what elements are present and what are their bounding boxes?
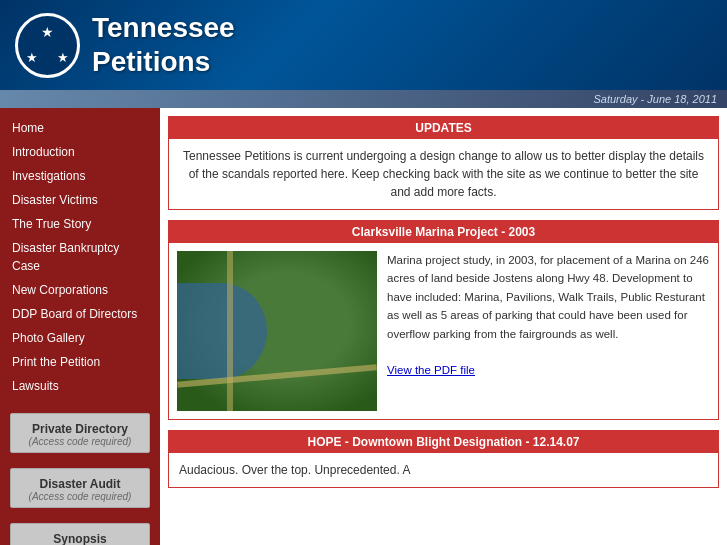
private-directory-title: Private Directory	[16, 422, 144, 436]
marina-description: Marina project study, in 2003, for place…	[387, 251, 710, 411]
star-br-icon: ★	[57, 50, 69, 65]
site-title: Tennessee Petitions	[92, 11, 235, 78]
hope-body: Audacious. Over the top. Unprecedented. …	[169, 453, 718, 487]
updates-header: UPDATES	[169, 117, 718, 139]
updates-box: UPDATES Tennessee Petitions is current u…	[168, 116, 719, 210]
marina-body: Marina project study, in 2003, for place…	[169, 243, 718, 419]
nav-true-story[interactable]: The True Story	[0, 212, 160, 236]
nav-disaster-bankruptcy[interactable]: Disaster Bankruptcy Case	[0, 236, 160, 278]
nav-introduction[interactable]: Introduction	[0, 140, 160, 164]
private-directory-section[interactable]: Private Directory (Access code required)	[10, 413, 150, 453]
nav-investigations[interactable]: Investigations	[0, 164, 160, 188]
private-directory-subtitle: (Access code required)	[16, 436, 144, 447]
site-header: ★ ★ ★ Tennessee Petitions	[0, 0, 727, 90]
view-pdf-link[interactable]: View the PDF file	[387, 364, 475, 376]
marina-header: Clarksville Marina Project - 2003	[169, 221, 718, 243]
nav-home[interactable]: Home	[0, 116, 160, 140]
logo-circle: ★ ★ ★	[15, 13, 80, 78]
nav-lawsuits[interactable]: Lawsuits	[0, 374, 160, 398]
marina-image	[177, 251, 377, 411]
disaster-audit-section[interactable]: Disaster Audit (Access code required)	[10, 468, 150, 508]
nav-ddp-board[interactable]: DDP Board of Directors	[0, 302, 160, 326]
disaster-audit-title: Disaster Audit	[16, 477, 144, 491]
nav-print-petition[interactable]: Print the Petition	[0, 350, 160, 374]
date-bar: Saturday - June 18, 2011	[0, 90, 727, 108]
star-bl-icon: ★	[26, 50, 38, 65]
marina-box: Clarksville Marina Project - 2003 Marina…	[168, 220, 719, 420]
disaster-audit-subtitle: (Access code required)	[16, 491, 144, 502]
nav-disaster-victims[interactable]: Disaster Victims	[0, 188, 160, 212]
main-content: UPDATES Tennessee Petitions is current u…	[160, 108, 727, 545]
hope-box: HOPE - Downtown Blight Designation - 12.…	[168, 430, 719, 488]
sidebar: Home Introduction Investigations Disaste…	[0, 108, 160, 545]
hope-header: HOPE - Downtown Blight Designation - 12.…	[169, 431, 718, 453]
nav-photo-gallery[interactable]: Photo Gallery	[0, 326, 160, 350]
star-top-icon: ★	[41, 24, 54, 40]
updates-body: Tennessee Petitions is current undergoin…	[169, 139, 718, 209]
nav-new-corporations[interactable]: New Corporations	[0, 278, 160, 302]
synopsis-title: Synopsis	[16, 532, 144, 545]
synopsis-section[interactable]: Synopsis (Access code required)	[10, 523, 150, 545]
